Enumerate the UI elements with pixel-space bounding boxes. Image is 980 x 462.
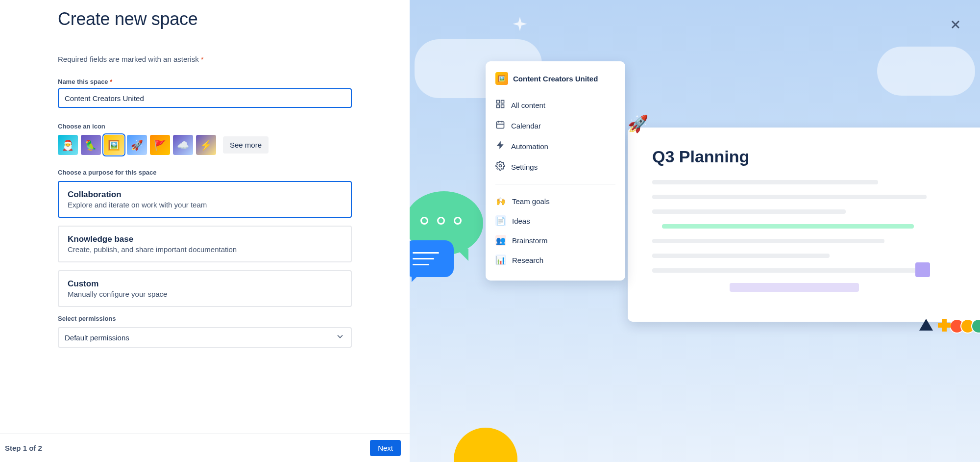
preview-page-label: Research [512,256,543,264]
page-emoji-icon: 📄 [495,215,506,226]
space-name-preview: Content Creators United [513,75,598,83]
preview-nav-settings: Settings [495,156,615,177]
preview-page-brainstorm: 👥Brainstorm [495,231,615,250]
preview-nav-label: Calendar [511,122,541,130]
space-preview-card: 🖼️ Content Creators United All contentCa… [486,61,625,281]
doc-preview-card: 🚀 Q3 Planning [628,128,980,322]
preview-nav-label: All content [511,101,545,109]
circle-decoration [454,428,517,462]
page-title: Create new space [58,9,352,29]
bolt-icon [495,140,505,152]
preview-page-research: 📊Research [495,250,615,270]
page-emoji-icon: 👥 [495,235,506,246]
purpose-option-collaboration[interactable]: CollaborationExplore and iterate on work… [58,181,352,218]
svg-rect-5 [501,105,504,108]
svg-point-10 [499,165,502,167]
doc-title: Q3 Planning [652,147,975,166]
step-indicator: Step 1 of 2 [5,444,42,452]
preview-nav-label: Settings [511,163,538,171]
preview-page-team-goals: 🙌Team goals [495,191,615,211]
preview-page-ideas: 📄Ideas [495,211,615,231]
preview-nav-calendar: Calendar [495,115,615,136]
purpose-title: Collaboration [68,190,342,200]
picture-icon[interactable]: 🖼️ [104,135,124,155]
plus-decoration [938,319,951,332]
preview-panel: 🖼️ Content Creators United All contentCa… [410,0,980,462]
svg-rect-4 [497,105,500,108]
permissions-value: Default permissions [65,334,129,342]
preview-page-label: Ideas [512,217,530,225]
purpose-desc: Explore and iterate on work with your te… [68,201,342,209]
preview-nav-automation: Automation [495,136,615,156]
flag-icon[interactable]: 🚩 [150,135,170,155]
chevron-down-icon [335,332,345,343]
calendar-icon [495,120,505,131]
cloud-icon[interactable]: ☁️ [173,135,193,155]
triangle-decoration [919,319,933,331]
page-emoji-icon: 📊 [495,255,506,265]
cloud-decoration [877,47,975,96]
purpose-option-knowledge-base[interactable]: Knowledge baseCreate, publish, and share… [58,226,352,262]
permissions-select[interactable]: Default permissions [58,327,352,348]
wizard-footer: Step 1 of 2 Next [0,434,410,462]
purpose-title: Knowledge base [68,234,342,244]
space-name-input[interactable] [58,88,352,108]
bolt-icon[interactable]: ⚡ [196,135,216,155]
purpose-title: Custom [68,279,342,289]
rocket-icon[interactable]: 🚀 [127,135,147,155]
preview-page-label: Team goals [512,197,550,205]
purpose-option-custom[interactable]: CustomManually configure your space [58,270,352,307]
next-button[interactable]: Next [370,440,401,456]
purpose-desc: Create, publish, and share important doc… [68,245,342,254]
sparkle-icon [508,15,532,41]
parrot-icon[interactable]: 🦜 [81,135,101,155]
page-emoji-icon: 🙌 [495,196,506,206]
rocket-icon: 🚀 [628,114,648,133]
choose-icon-label: Choose an icon [58,123,352,130]
svg-rect-3 [501,101,504,103]
santa-icon[interactable]: 🎅 [58,135,78,155]
see-more-icons-button[interactable]: See more [223,136,269,154]
icon-row: 🎅🦜🖼️🚀🚩☁️⚡See more [58,135,352,155]
preview-nav-all-content: All content [495,95,615,115]
grid-icon [495,99,505,111]
preview-nav-label: Automation [511,142,548,151]
chat-bubble-decoration [410,240,454,277]
required-fields-note: Required fields are marked with an aster… [58,55,352,63]
svg-rect-6 [497,122,504,128]
select-permissions-label: Select permissions [58,315,352,322]
preview-page-label: Brainstorm [512,236,548,245]
space-icon-preview: 🖼️ [495,72,508,85]
close-button[interactable] [949,18,962,33]
choose-purpose-label: Choose a purpose for this space [58,169,352,176]
gear-icon [495,161,505,173]
name-field-label: Name this space * [58,78,352,85]
svg-rect-2 [497,101,500,103]
purpose-desc: Manually configure your space [68,290,342,298]
